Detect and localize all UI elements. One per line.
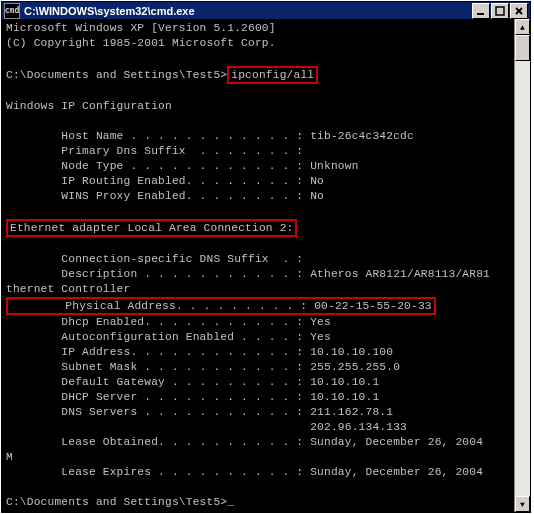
prompt-path-2: C:\Documents and Settings\Test5> (6, 496, 227, 508)
ip-routing-value: No (310, 175, 324, 187)
subnet-mask-label: Subnet Mask . . . . . . . . . . . : (6, 361, 310, 373)
titlebar[interactable]: cmd C:\WINDOWS\system32\cmd.exe (2, 2, 530, 19)
description-value: Atheros AR8121/AR8113/AR81 (310, 268, 490, 280)
hostname-label: Host Name . . . . . . . . . . . . : (6, 130, 310, 142)
cmd-icon: cmd (4, 3, 20, 19)
default-gateway-label: Default Gateway . . . . . . . . . : (6, 376, 310, 388)
lease-expires-value: Sunday, December 26, 2004 (310, 466, 483, 478)
dhcp-enabled-value: Yes (310, 316, 331, 328)
conn-dns-suffix: Connection-specific DNS Suffix . : (6, 253, 303, 265)
dns-server-1: 211.162.78.1 (310, 406, 393, 418)
scroll-thumb[interactable] (515, 35, 530, 61)
section-windows-ip: Windows IP Configuration (6, 100, 172, 112)
lease-obtained-label: Lease Obtained. . . . . . . . . . : (6, 436, 310, 448)
section-ethernet-adapter: Ethernet adapter Local Area Connection 2… (6, 219, 297, 237)
wins-proxy-value: No (310, 190, 324, 202)
wins-proxy-label: WINS Proxy Enabled. . . . . . . . : (6, 190, 310, 202)
physical-address-value: 00-22-15-55-20-33 (314, 300, 432, 312)
dhcp-server-label: DHCP Server . . . . . . . . . . . : (6, 391, 310, 403)
autoconfig-label: Autoconfiguration Enabled . . . . : (6, 331, 310, 343)
dns-server-2-pad (6, 421, 310, 433)
cmd-window: cmd C:\WINDOWS\system32\cmd.exe Microsof… (1, 1, 531, 513)
prompt-path-1: C:\Documents and Settings\Test5> (6, 69, 227, 81)
physical-address-label: Physical Address. . . . . . . . . : (10, 300, 314, 312)
svg-rect-0 (477, 13, 484, 15)
dns-server-2: 202.96.134.133 (310, 421, 407, 433)
window-controls (471, 3, 528, 19)
scroll-down-button[interactable]: ▼ (515, 496, 530, 512)
dhcp-enabled-label: Dhcp Enabled. . . . . . . . . . . : (6, 316, 310, 328)
lease-obtained-cont: M (6, 451, 13, 463)
primary-dns-suffix: Primary Dns Suffix . . . . . . . : (6, 145, 303, 157)
scroll-up-button[interactable]: ▲ (515, 19, 530, 35)
cursor: _ (227, 496, 234, 508)
description-label: Description . . . . . . . . . . . : (6, 268, 310, 280)
lease-obtained-value: Sunday, December 26, 2004 (310, 436, 483, 448)
minimize-button[interactable] (472, 3, 490, 19)
subnet-mask-value: 255.255.255.0 (310, 361, 400, 373)
ip-routing-label: IP Routing Enabled. . . . . . . . : (6, 175, 310, 187)
autoconfig-value: Yes (310, 331, 331, 343)
copyright-line: (C) Copyright 1985-2001 Microsoft Corp. (6, 37, 276, 49)
arrow-up-icon: ▲ (520, 23, 525, 32)
command-ipconfig: ipconfig/all (227, 66, 318, 84)
terminal-output[interactable]: Microsoft Windows XP [Version 5.1.2600] … (2, 19, 514, 512)
vertical-scrollbar[interactable]: ▲ ▼ (514, 19, 530, 512)
ip-address-label: IP Address. . . . . . . . . . . . : (6, 346, 310, 358)
ip-address-value: 10.10.10.100 (310, 346, 393, 358)
window-title: C:\WINDOWS\system32\cmd.exe (24, 5, 471, 17)
node-type-value: Unknown (310, 160, 358, 172)
maximize-button[interactable] (491, 3, 509, 19)
terminal-area: Microsoft Windows XP [Version 5.1.2600] … (2, 19, 530, 512)
description-continued: thernet Controller (6, 283, 130, 295)
os-version-line: Microsoft Windows XP [Version 5.1.2600] (6, 22, 276, 34)
close-button[interactable] (510, 3, 528, 19)
scroll-track[interactable] (515, 35, 530, 496)
physical-address-row: Physical Address. . . . . . . . . : 00-2… (6, 297, 436, 315)
node-type-label: Node Type . . . . . . . . . . . . : (6, 160, 310, 172)
dhcp-server-value: 10.10.10.1 (310, 391, 379, 403)
svg-rect-1 (496, 7, 504, 15)
lease-expires-label: Lease Expires . . . . . . . . . . : (6, 466, 310, 478)
default-gateway-value: 10.10.10.1 (310, 376, 379, 388)
dns-servers-label: DNS Servers . . . . . . . . . . . : (6, 406, 310, 418)
arrow-down-icon: ▼ (520, 500, 525, 509)
hostname-value: tib-26c4c342cdc (310, 130, 414, 142)
